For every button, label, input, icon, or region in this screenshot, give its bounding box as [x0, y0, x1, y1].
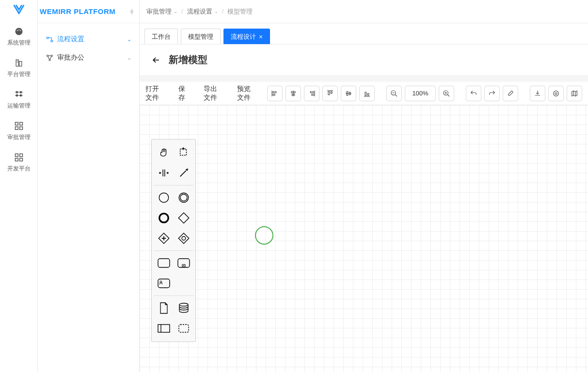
zoom-in-button[interactable] [439, 86, 454, 101]
nav-label: 开发平台 [7, 165, 31, 173]
tab-label: 模型管理 [188, 32, 213, 41]
participant-tool[interactable] [157, 321, 171, 336]
connect-tool[interactable] [176, 166, 191, 180]
svg-rect-23 [273, 94, 275, 95]
redo-button[interactable] [484, 86, 500, 101]
shape-palette [151, 139, 196, 342]
svg-point-56 [180, 194, 187, 201]
svg-point-3 [20, 30, 21, 31]
canvas-start-event-node[interactable] [255, 226, 273, 245]
grid-icon [14, 152, 24, 163]
align-left-button[interactable] [267, 86, 283, 101]
breadcrumb-item[interactable]: 流程设置⌄ [187, 7, 218, 16]
svg-rect-10 [15, 127, 18, 130]
zoom-out-button[interactable] [386, 86, 402, 101]
designer-canvas[interactable] [140, 105, 588, 372]
preview-button[interactable]: 预览文件 [237, 85, 255, 102]
svg-line-43 [447, 94, 449, 96]
erase-button[interactable] [503, 86, 518, 101]
svg-rect-11 [19, 127, 22, 130]
undo-button[interactable] [466, 86, 481, 101]
tab-bar: 工作台 模型管理 流程设计× [140, 23, 588, 45]
secondary-sidebar: WEMIRR PLATFORM 流程设置 ⌄ 审批办公 ⌄ [38, 0, 140, 372]
svg-rect-13 [19, 154, 22, 157]
svg-rect-12 [15, 154, 18, 157]
gateway-plus-tool[interactable] [157, 231, 171, 246]
minimap-button[interactable] [567, 86, 582, 101]
end-event-tool[interactable] [157, 211, 171, 225]
align-bottom-button[interactable] [359, 86, 375, 101]
download-button[interactable] [530, 86, 545, 101]
align-right-button[interactable] [304, 86, 319, 101]
svg-rect-62 [178, 233, 189, 243]
start-event-tool[interactable] [157, 190, 171, 205]
svg-rect-37 [365, 92, 366, 95]
nav-transport[interactable]: 运输管理 [7, 89, 31, 110]
gateway-circle-tool[interactable] [176, 231, 191, 246]
brand-title: WEMIRR PLATFORM [40, 7, 115, 16]
target-button[interactable] [548, 86, 564, 101]
sidebar-item-approval-office[interactable]: 审批办公 ⌄ [38, 48, 139, 67]
subprocess-tool[interactable] [176, 256, 191, 270]
svg-point-71 [179, 303, 188, 306]
pin-icon[interactable] [128, 8, 135, 15]
page-title: 新增模型 [169, 53, 207, 66]
export-button[interactable]: 导出文件 [204, 85, 222, 102]
intermediate-event-tool[interactable] [176, 190, 191, 205]
sidebar-menu: 流程设置 ⌄ 审批办公 ⌄ [38, 23, 139, 67]
chevron-down-icon: ⌄ [127, 55, 131, 61]
open-file-button[interactable]: 打开文件 [145, 85, 164, 102]
svg-rect-31 [328, 92, 330, 95]
nav-platform[interactable]: 平台管理 [7, 58, 31, 78]
gateway-tool[interactable] [176, 211, 191, 225]
svg-rect-17 [51, 40, 53, 42]
svg-rect-28 [310, 92, 314, 93]
svg-rect-58 [178, 213, 189, 223]
svg-rect-22 [273, 92, 276, 93]
back-arrow-icon[interactable] [151, 55, 161, 65]
main-area: 审批管理⌄ / 流程设置⌄ / 模型管理 工作台 模型管理 流程设计× 新增模型… [140, 0, 588, 372]
align-center-v-button[interactable] [341, 86, 356, 101]
svg-rect-16 [47, 37, 48, 38]
tab-process-design[interactable]: 流程设计× [223, 29, 270, 44]
sidebar-item-process-settings[interactable]: 流程设置 ⌄ [38, 30, 139, 48]
svg-rect-38 [367, 93, 369, 95]
app-logo[interactable] [13, 4, 25, 16]
task-tool[interactable] [157, 256, 171, 270]
nav-dev[interactable]: 开发平台 [7, 152, 31, 173]
svg-rect-15 [19, 158, 22, 161]
breadcrumb-label: 模型管理 [227, 7, 253, 16]
svg-point-63 [182, 236, 186, 240]
nav-approval[interactable]: 审批管理 [7, 121, 31, 141]
tab-label: 流程设计 [231, 32, 256, 41]
save-button[interactable]: 保 存 [178, 85, 189, 102]
lasso-tool[interactable] [176, 145, 191, 160]
zoom-level: 100% [405, 86, 436, 101]
hand-tool[interactable] [157, 145, 171, 160]
nav-label: 系统管理 [7, 39, 31, 47]
svg-point-57 [159, 214, 168, 222]
svg-point-54 [159, 193, 169, 202]
data-store-tool[interactable] [176, 301, 191, 315]
space-tool[interactable] [157, 166, 171, 180]
nav-label: 审批管理 [7, 133, 31, 141]
primary-iconbar: 系统管理 平台管理 运输管理 审批管理 开发平台 [0, 0, 38, 372]
align-center-h-button[interactable] [286, 86, 301, 101]
close-icon[interactable]: × [259, 33, 263, 40]
breadcrumb-item: 模型管理 [227, 7, 253, 16]
content-area: 新增模型 打开文件 保 存 导出文件 预览文件 [140, 45, 588, 372]
data-object-tool[interactable] [157, 301, 171, 315]
view-group [530, 86, 582, 101]
align-top-button[interactable] [322, 86, 338, 101]
breadcrumb-item[interactable]: 审批管理⌄ [146, 7, 177, 16]
workflow-icon [46, 54, 53, 62]
process-designer: 打开文件 保 存 导出文件 预览文件 [140, 82, 588, 372]
nav-system[interactable]: 系统管理 [7, 26, 31, 47]
tab-workspace[interactable]: 工作台 [144, 29, 178, 44]
tab-model-mgmt[interactable]: 模型管理 [181, 29, 221, 44]
designer-toolbar: 打开文件 保 存 导出文件 预览文件 [140, 82, 588, 105]
group-tool[interactable] [176, 321, 191, 336]
brand-header: WEMIRR PLATFORM [38, 0, 139, 23]
user-task-tool[interactable] [157, 276, 171, 291]
flow-icon [46, 35, 53, 43]
